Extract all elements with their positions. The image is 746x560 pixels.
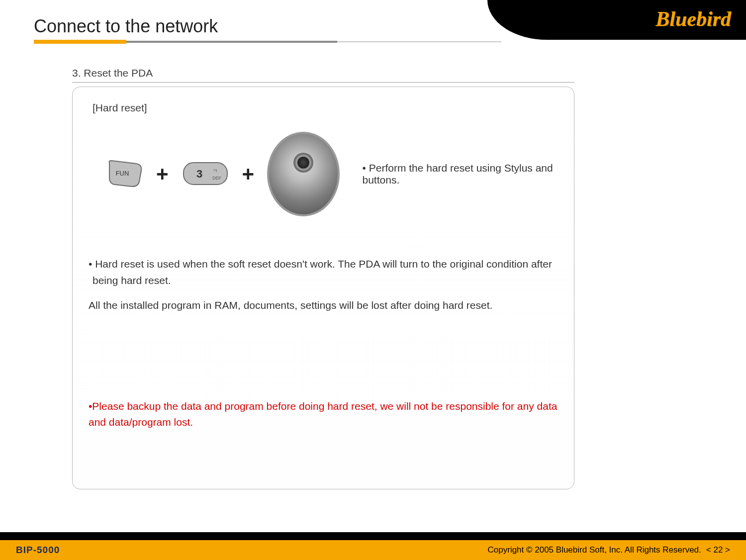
svg-text:DEF: DEF bbox=[212, 176, 222, 181]
content-area: 3. Reset the PDA [Hard reset] FUN + 3 ㅋ bbox=[72, 67, 574, 489]
fun-key-label: FUN bbox=[116, 170, 129, 177]
illustration-row: FUN + 3 ㅋ DEF + • Perform the hard reset… bbox=[107, 132, 558, 216]
footer: BIP-5000 Copyright © 2005 Bluebird Soft,… bbox=[0, 534, 746, 560]
paragraph-1-line1: • Hard reset is used when the soft reset… bbox=[89, 258, 552, 270]
warning-line1: •Please backup the data and program befo… bbox=[89, 400, 557, 412]
page-title: Connect to the network bbox=[34, 16, 218, 37]
illustration-caption: • Perform the hard reset using Stylus an… bbox=[363, 162, 558, 186]
fun-key-icon: FUN bbox=[107, 160, 143, 188]
brand-logo: Bluebird bbox=[655, 7, 731, 31]
underline-accent-orange bbox=[34, 40, 126, 44]
page-root: Connect to the network Bluebird 3. Reset… bbox=[0, 0, 746, 560]
footer-stripe bbox=[0, 532, 746, 540]
plus-icon: + bbox=[156, 162, 169, 186]
three-key-icon: 3 ㅋ DEF bbox=[182, 160, 229, 188]
paragraph-1-line2: being hard reset. bbox=[89, 273, 558, 289]
warning-line2: and data/program lost. bbox=[89, 416, 193, 428]
footer-bar: BIP-5000 Copyright © 2005 Bluebird Soft,… bbox=[0, 540, 746, 560]
content-panel: [Hard reset] FUN + 3 ㅋ DEF bbox=[72, 87, 574, 489]
svg-text:ㅋ: ㅋ bbox=[212, 168, 218, 174]
title-underline bbox=[34, 40, 501, 44]
underline-accent-grey bbox=[126, 41, 337, 43]
footer-right-group: Copyright © 2005 Bluebird Soft, Inc. All… bbox=[488, 545, 730, 555]
footer-model: BIP-5000 bbox=[16, 545, 60, 556]
paragraph-2: All the installed program in RAM, docume… bbox=[89, 297, 558, 314]
footer-copyright: Copyright © 2005 Bluebird Soft, Inc. All… bbox=[488, 545, 701, 555]
footer-page-number: < 22 > bbox=[706, 545, 730, 555]
three-key-label: 3 bbox=[196, 168, 202, 180]
section-heading: 3. Reset the PDA bbox=[72, 67, 574, 83]
underline-accent-light bbox=[337, 41, 501, 42]
header: Connect to the network Bluebird bbox=[0, 0, 746, 45]
reset-hole-icon bbox=[267, 132, 339, 216]
paragraph-1: • Hard reset is used when the soft reset… bbox=[89, 256, 558, 288]
brand-band: Bluebird bbox=[487, 0, 746, 40]
warning-text: •Please backup the data and program befo… bbox=[89, 398, 558, 431]
panel-subtitle: [Hard reset] bbox=[93, 102, 558, 114]
plus-icon-2: + bbox=[242, 162, 255, 186]
svg-rect-0 bbox=[184, 163, 227, 185]
